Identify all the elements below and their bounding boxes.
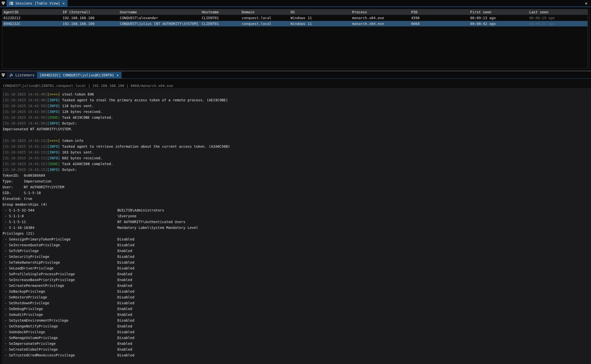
tab-sessions-close-icon[interactable]: ✕ <box>62 1 65 5</box>
sessions-table-header: AgentIDIP (Internal)UsernameHostnameDoma… <box>2 9 587 15</box>
terminal-output: [31-10-2025 14:42:46][>>>>] steal-token … <box>3 92 230 358</box>
console-terminal[interactable]: [31-10-2025 14:42:46][>>>>] steal-token … <box>0 89 591 364</box>
terminal-line: - SeCreateGlobalPrivilege Enabled <box>3 347 230 352</box>
terminal-line: - SeSecurityPrivilege Disabled <box>3 254 230 260</box>
terminal-line: - SeImpersonatePrivilege Enabled <box>3 341 230 347</box>
session-cell: CONQUEST\alexander <box>119 16 201 20</box>
terminal-line: SID: S-1-5-18 <box>3 190 230 196</box>
filter-icon <box>1 73 6 77</box>
session-cell: 00:09:13 ago <box>469 16 528 20</box>
sessions-table: AgentIDIP (Internal)UsernameHostnameDoma… <box>2 9 588 69</box>
sessions-tabbar: Sessions [Table View] ✕ ✕ <box>0 0 591 7</box>
terminal-line: [31-10-2025 14:42:46][>>>>] steal-token … <box>3 92 230 97</box>
terminal-scrollbar-gutter[interactable] <box>0 89 2 364</box>
terminal-line: [31-10-2025 14:43:13][>>>>] token-info <box>3 138 230 144</box>
table-list-icon <box>9 1 13 5</box>
terminal-line: [31-10-2025 14:42:50][INFO] 118 bytes se… <box>3 103 230 109</box>
session-cell: CLIENT01 <box>201 16 240 20</box>
column-header[interactable]: Domain <box>240 10 289 14</box>
terminal-line: - SeTrustedCredManAccessPrivilege Disabl… <box>3 352 230 358</box>
console-tabbar: Listeners [894D232C] CONQUEST\julius@CLI… <box>0 72 591 79</box>
tab-session-console[interactable]: [894D232C] CONQUEST\julius@CLIENT01 ✕ <box>37 72 122 78</box>
filter-menu-button[interactable] <box>0 0 7 7</box>
session-cell: monarch.x64.exe <box>351 16 410 20</box>
terminal-line: - SeLoadDriverPrivilege Disabled <box>3 265 230 271</box>
panel-splitter[interactable] <box>0 71 591 71</box>
terminal-line: [31-10-2025 14:43:15][INFO] 103 bytes se… <box>3 149 230 155</box>
terminal-line: - SeChangeNotifyPrivilege Enabled <box>3 323 230 329</box>
session-row[interactable]: 6122D212192.168.168.100CONQUEST\alexande… <box>2 15 587 21</box>
terminal-line: Type: Impersonation <box>3 178 230 184</box>
terminal-line: [31-10-2025 14:42:46][INFO] Tasked agent… <box>3 97 230 103</box>
terminal-line: - SeAuditPrivilege Enabled <box>3 312 230 318</box>
session-cell: conquest.local <box>240 22 289 26</box>
terminal-line: - SeIncreaseBasePriorityPrivilege Enable… <box>3 277 230 283</box>
column-header[interactable]: IP (Internal) <box>61 10 119 14</box>
console-meta-bar: CONQUEST\julius@CLIENT01.conquest.local … <box>0 79 591 88</box>
terminal-line: [31-10-2025 14:42:50][INFO] 126 bytes re… <box>3 109 230 115</box>
terminal-line: [31-10-2025 14:42:50][INFO] Output: <box>3 120 230 126</box>
session-cell: 00:00:19 ago <box>528 16 587 20</box>
session-cell: 4596 <box>410 16 469 20</box>
session-cell: 6122D212 <box>2 16 61 20</box>
session-cell: 00:08:42 ago <box>469 22 528 26</box>
terminal-line: - S-1-16-16384 Mandatory Label\System Ma… <box>3 225 230 231</box>
terminal-line: Impersonated NT AUTHORITY\SYSTEM. <box>3 126 230 132</box>
column-header[interactable]: Process <box>351 10 410 14</box>
terminal-line: - SeProfileSingleProcessPrivilege Enable… <box>3 271 230 277</box>
tab-sessions-table-view[interactable]: Sessions [Table View] ✕ <box>7 0 68 7</box>
session-cell: Windows 11 <box>289 16 351 20</box>
terminal-line: [31-10-2025 14:43:15][INFO] Output: <box>3 167 230 173</box>
terminal-line: Group memberships (4) <box>3 202 230 207</box>
session-cell: CONQUEST\julius [NT AUTHORITY\SYSTEM] <box>119 22 201 26</box>
terminal-line: - SeShutdownPrivilege Disabled <box>3 300 230 306</box>
terminal-line: Privileges (21) <box>3 231 230 236</box>
sessions-scrollbar[interactable] <box>588 9 590 69</box>
terminal-line: - S-1-1-0 \Everyone <box>3 213 230 219</box>
terminal-line: TokenID: 0x00389A09 <box>3 173 230 178</box>
sessions-table-body: 6122D212192.168.168.100CONQUEST\alexande… <box>2 15 587 27</box>
filter-menu-button-bottom[interactable] <box>0 72 7 78</box>
session-cell: 192.168.168.100 <box>61 16 119 20</box>
terminal-line: - S-1-5-32-544 BUILTIN\Administrators <box>3 207 230 213</box>
terminal-line: - SeUndockPrivilege Disabled <box>3 329 230 335</box>
session-cell: conquest.local <box>240 16 289 20</box>
terminal-line: - SeDebugPrivilege Enabled <box>3 306 230 312</box>
column-header[interactable]: Username <box>119 10 201 14</box>
terminal-line: - SeTakeOwnershipPrivilege Disabled <box>3 260 230 265</box>
session-cell: monarch.x64.exe <box>351 22 410 26</box>
tab-listeners-label: Listeners <box>15 73 35 77</box>
terminal-line: Elevated: true <box>3 196 230 202</box>
terminal-line: User: NT AUTHORITY\SYSTEM <box>3 184 230 190</box>
tab-session-close-icon[interactable]: ✕ <box>116 73 119 77</box>
session-cell: 894D232C <box>2 22 61 26</box>
terminal-line: [31-10-2025 14:42:50][DONE] Task AE19C9B… <box>3 115 230 120</box>
terminal-line <box>3 132 230 138</box>
column-header[interactable]: OS <box>289 10 351 14</box>
session-status-line: CONQUEST\julius@CLIENT01.conquest.local … <box>3 84 173 88</box>
session-row[interactable]: 894D232C192.168.168.100CONQUEST\julius [… <box>2 21 587 27</box>
session-cell: 192.168.168.100 <box>61 22 119 26</box>
terminal-line: - SeManageVolumePrivilege Disabled <box>3 335 230 341</box>
session-cell: 6668 <box>410 22 469 26</box>
terminal-line: - SeSystemEnvironmentPrivilege Disabled <box>3 318 230 323</box>
column-header[interactable]: PID <box>410 10 469 14</box>
filter-icon <box>1 1 6 6</box>
terminal-line: - SeIncreaseQuotaPrivilege Disabled <box>3 242 230 248</box>
tab-sessions-label: Sessions [Table View] <box>15 1 60 5</box>
window-close-icon[interactable]: ✕ <box>583 0 589 6</box>
column-header[interactable]: Last seen <box>528 10 587 14</box>
terminal-line: - SeAssignPrimaryTokenPrivilege Disabled <box>3 236 230 242</box>
column-header[interactable]: AgentID <box>2 10 61 14</box>
terminal-line: [31-10-2025 14:43:13][INFO] Tasked agent… <box>3 144 230 149</box>
terminal-line: - S-1-5-11 NT AUTHORITY\Authenticated Us… <box>3 219 230 225</box>
terminal-line: - SeRestorePrivilege Disabled <box>3 294 230 300</box>
terminal-line: - SeBackupPrivilege Disabled <box>3 289 230 294</box>
terminal-line: [31-10-2025 14:43:15][INFO] 602 bytes re… <box>3 155 230 161</box>
session-cell: Windows 11 <box>289 22 351 26</box>
terminal-line: [31-10-2025 14:43:15][DONE] Task A2A0C56… <box>3 161 230 167</box>
column-header[interactable]: Hostname <box>201 10 240 14</box>
column-header[interactable]: First seen <box>469 10 528 14</box>
tab-listeners[interactable]: Listeners <box>7 72 37 78</box>
terminal-line: - SeCreatePermanentPrivilege Enabled <box>3 283 230 289</box>
